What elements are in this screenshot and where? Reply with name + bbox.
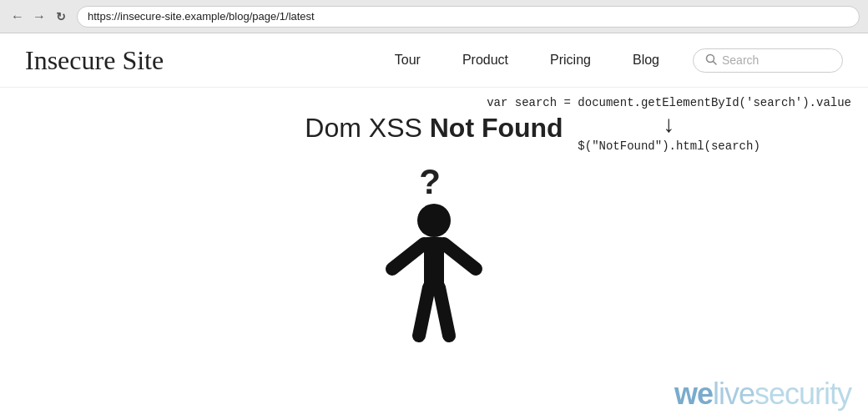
address-bar[interactable]: https://insecure-site.example/blog/page/… <box>77 6 860 28</box>
refresh-button[interactable]: ↻ <box>52 8 70 26</box>
watermark: welivesecurity <box>674 377 851 412</box>
svg-line-7 <box>419 287 429 336</box>
svg-point-3 <box>417 204 451 237</box>
figure-container: ? <box>25 160 843 344</box>
svg-line-6 <box>444 244 476 269</box>
code-bottom: $("NotFound").html(search) <box>487 139 851 153</box>
arrow-down-icon: ↓ <box>487 113 851 136</box>
svg-line-5 <box>392 244 424 269</box>
forward-button[interactable]: → <box>30 8 48 26</box>
code-annotation: var search = document.getElementById('se… <box>487 96 851 153</box>
nav-buttons: ← → ↻ <box>8 8 70 26</box>
search-icon <box>705 53 717 68</box>
svg-line-8 <box>439 287 449 336</box>
svg-line-1 <box>714 61 717 64</box>
watermark-live: live <box>713 377 754 411</box>
person-figure: ? <box>359 160 509 344</box>
search-placeholder: Search <box>722 53 759 67</box>
nav-menu: Tour Product Pricing Blog <box>395 53 659 68</box>
nav-tour[interactable]: Tour <box>395 53 421 68</box>
nav-product[interactable]: Product <box>462 53 508 68</box>
search-box[interactable]: Search <box>693 48 843 73</box>
watermark-security: security <box>754 377 851 411</box>
nav-pricing[interactable]: Pricing <box>550 53 591 68</box>
site-header: Insecure Site Tour Product Pricing Blog … <box>0 33 868 88</box>
svg-text:?: ? <box>419 162 441 201</box>
main-content: var search = document.getElementById('se… <box>0 88 868 420</box>
code-top: var search = document.getElementById('se… <box>487 96 851 109</box>
watermark-we: we <box>674 377 713 411</box>
url-text: https://insecure-site.example/blog/page/… <box>88 10 315 23</box>
back-button[interactable]: ← <box>8 8 27 26</box>
site-logo: Insecure Site <box>25 45 164 76</box>
browser-chrome: ← → ↻ https://insecure-site.example/blog… <box>0 0 868 33</box>
heading-normal: Dom XSS <box>305 113 421 143</box>
nav-blog[interactable]: Blog <box>633 53 659 68</box>
